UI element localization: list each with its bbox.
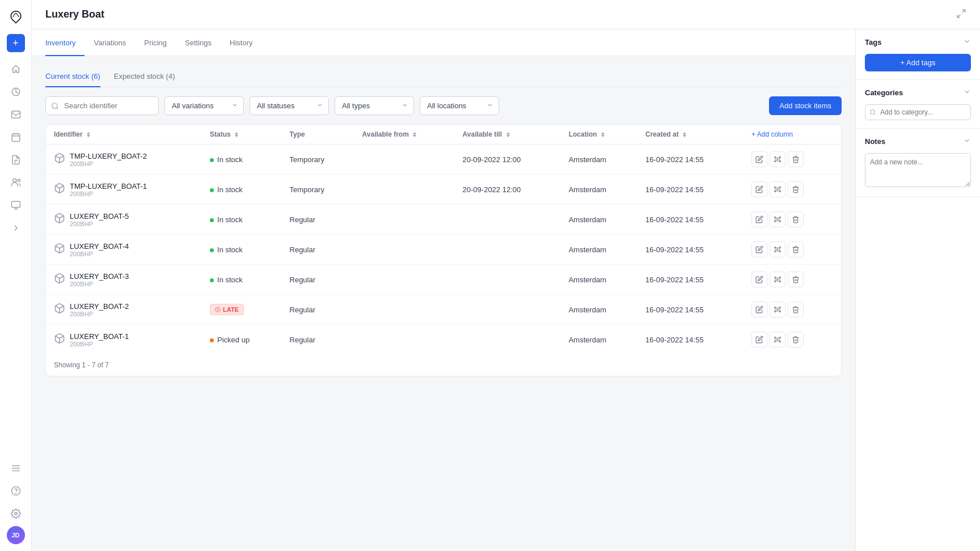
edit-button[interactable] — [751, 332, 767, 347]
delete-button[interactable] — [788, 302, 804, 317]
sidebar-item-packages[interactable] — [6, 195, 26, 215]
sidebar-item-help[interactable] — [6, 481, 26, 501]
cell-type: Regular — [282, 325, 354, 355]
edit-button[interactable] — [751, 181, 767, 197]
cell-created-at: 16-09-2022 14:55 — [637, 265, 744, 295]
delete-button[interactable] — [788, 211, 804, 227]
inner-content: Current stock (6) Expected stock (4) All… — [32, 56, 855, 388]
cell-available-from — [354, 145, 455, 175]
sidebar-item-list[interactable] — [6, 458, 26, 478]
user-avatar[interactable]: JD — [7, 526, 25, 544]
col-created-at[interactable]: Created at — [637, 125, 744, 145]
add-tags-button[interactable]: + Add tags — [865, 54, 971, 71]
sidebar-item-home[interactable] — [6, 59, 26, 79]
main-area: Luxery Boat Inventory Variations Pricing… — [32, 0, 980, 551]
tags-title: Tags — [865, 38, 881, 46]
stock-tab-current[interactable]: Current stock (6) — [45, 67, 100, 87]
identifier-sub: 200BHP — [70, 190, 147, 197]
tags-chevron-icon[interactable] — [963, 37, 971, 47]
barcode-button[interactable] — [770, 181, 785, 197]
sidebar-item-document[interactable] — [6, 150, 26, 170]
cell-type: Regular — [282, 205, 354, 235]
cell-available-till — [455, 325, 561, 355]
search-input[interactable] — [45, 96, 159, 115]
cell-available-from — [354, 175, 455, 205]
tab-pricing[interactable]: Pricing — [135, 29, 176, 56]
cell-available-till — [455, 205, 561, 235]
notes-chevron-icon[interactable] — [963, 137, 971, 146]
tab-variations[interactable]: Variations — [85, 29, 135, 56]
notes-section: Notes — [856, 129, 980, 197]
col-add-column[interactable]: + Add column — [744, 125, 841, 145]
category-search-input[interactable] — [865, 104, 971, 120]
cell-identifier: TMP-LUXERY_BOAT-1 200BHP — [46, 175, 202, 205]
delete-button[interactable] — [788, 272, 804, 287]
cell-available-from — [354, 325, 455, 355]
cell-type: Regular — [282, 265, 354, 295]
page-content: Inventory Variations Pricing Settings Hi… — [32, 29, 855, 551]
locations-filter-wrap: All locations — [420, 96, 499, 115]
sidebar-item-expand[interactable] — [6, 218, 26, 238]
cell-available-till: 20-09-2022 12:00 — [455, 175, 561, 205]
delete-button[interactable] — [788, 151, 804, 167]
col-identifier[interactable]: Identifier — [46, 125, 202, 145]
edit-button[interactable] — [751, 272, 767, 287]
delete-button[interactable] — [788, 181, 804, 197]
types-filter[interactable]: All types — [335, 96, 414, 115]
topbar-actions — [956, 9, 966, 20]
package-icon — [54, 333, 65, 344]
barcode-button[interactable] — [770, 211, 785, 227]
notes-textarea[interactable] — [865, 153, 971, 187]
package-icon — [54, 243, 65, 254]
categories-chevron-icon[interactable] — [963, 88, 971, 98]
col-type[interactable]: Type — [282, 125, 354, 145]
cell-created-at: 16-09-2022 14:55 — [637, 205, 744, 235]
identifier-name: LUXERY_BOAT-4 — [70, 242, 129, 251]
status-badge: LATE — [210, 304, 244, 315]
col-location[interactable]: Location — [561, 125, 637, 145]
barcode-button[interactable] — [770, 241, 785, 257]
barcode-button[interactable] — [770, 332, 785, 347]
edit-button[interactable] — [751, 211, 767, 227]
cell-type: Regular — [282, 295, 354, 325]
stock-tab-expected[interactable]: Expected stock (4) — [114, 67, 175, 87]
edit-button[interactable] — [751, 302, 767, 317]
statuses-filter[interactable]: All statuses — [250, 96, 329, 115]
sidebar: + JD — [0, 0, 32, 551]
status-dot-icon — [210, 218, 214, 222]
delete-button[interactable] — [788, 332, 804, 347]
add-button[interactable]: + — [7, 34, 25, 52]
sidebar-item-settings[interactable] — [6, 503, 26, 524]
variations-filter[interactable]: All variations — [164, 96, 244, 115]
barcode-button[interactable] — [770, 302, 785, 317]
barcode-button[interactable] — [770, 151, 785, 167]
tab-settings[interactable]: Settings — [176, 29, 221, 56]
status-dot-icon — [210, 278, 214, 282]
col-available-till[interactable]: Available till — [455, 125, 561, 145]
col-status[interactable]: Status — [202, 125, 281, 145]
locations-filter[interactable]: All locations — [420, 96, 499, 115]
status-dot-icon — [210, 158, 214, 162]
sidebar-item-mail[interactable] — [6, 104, 26, 125]
table-row: LUXERY_BOAT-2 200BHP LATE RegularAmsterd… — [46, 295, 841, 325]
expand-icon[interactable] — [956, 9, 966, 20]
tab-history[interactable]: History — [221, 29, 261, 56]
notes-title: Notes — [865, 137, 885, 146]
col-available-from[interactable]: Available from — [354, 125, 455, 145]
edit-button[interactable] — [751, 151, 767, 167]
sidebar-item-calendar[interactable] — [6, 127, 26, 147]
app-logo[interactable] — [6, 7, 26, 27]
add-stock-button[interactable]: Add stock items — [769, 96, 842, 115]
variations-filter-wrap: All variations — [164, 96, 244, 115]
edit-button[interactable] — [751, 241, 767, 257]
sidebar-item-chart[interactable] — [6, 82, 26, 102]
cell-actions — [744, 145, 841, 175]
table-row: LUXERY_BOAT-4 200BHP In stockRegularAmst… — [46, 235, 841, 265]
sort-location-icon — [601, 132, 605, 137]
barcode-button[interactable] — [770, 272, 785, 287]
tab-inventory[interactable]: Inventory — [45, 29, 85, 56]
sort-avail-from-icon — [413, 132, 416, 137]
delete-button[interactable] — [788, 241, 804, 257]
sidebar-item-users[interactable] — [6, 172, 26, 193]
status-text: Picked up — [210, 336, 250, 344]
